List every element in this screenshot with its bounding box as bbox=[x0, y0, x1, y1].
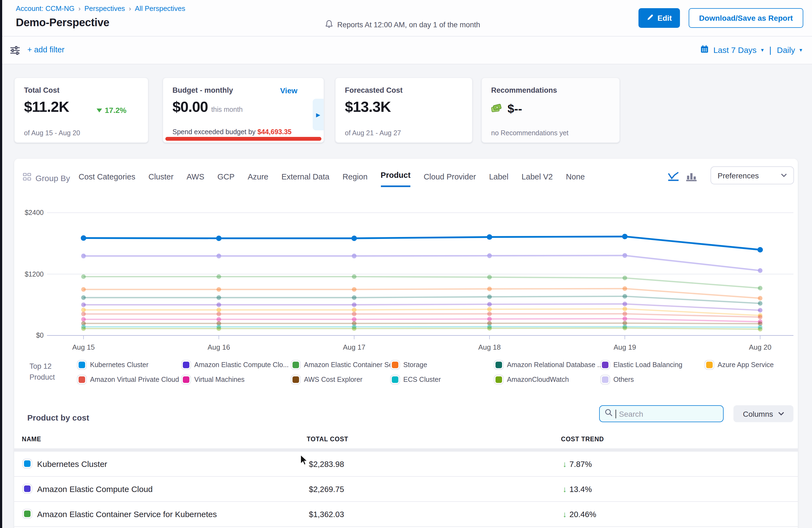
tab-label[interactable]: Label bbox=[489, 172, 508, 187]
tab-aws[interactable]: AWS bbox=[187, 172, 204, 187]
data-point-storage[interactable] bbox=[623, 287, 627, 291]
data-point-amazoncloudwatch[interactable] bbox=[352, 326, 357, 331]
data-point-kubernetes-cluster[interactable] bbox=[487, 234, 492, 240]
legend-item-aws-cost-explorer[interactable]: AWS Cost Explorer bbox=[292, 375, 392, 384]
data-point-azure-app-service[interactable] bbox=[81, 308, 86, 312]
data-point-elastic-load-balancing[interactable] bbox=[352, 303, 357, 307]
legend-item-azure-app-service[interactable]: Azure App Service bbox=[706, 360, 788, 369]
data-point-amazon-elastic-container-service-for-kubernetes[interactable] bbox=[81, 274, 86, 279]
data-point-virtual-machines[interactable] bbox=[217, 317, 221, 322]
budget-view-link[interactable]: View bbox=[280, 86, 298, 95]
data-point-amazoncloudwatch[interactable] bbox=[623, 326, 627, 330]
data-point-amazon-relational-database-service[interactable] bbox=[623, 294, 627, 299]
data-point-virtual-machines[interactable] bbox=[623, 317, 627, 321]
data-point-storage[interactable] bbox=[217, 287, 221, 292]
download-save-report-button[interactable]: Download/Save as Report bbox=[689, 8, 803, 28]
column-header-cost-trend[interactable]: COST TREND bbox=[561, 436, 604, 442]
series-line-ecs-cluster[interactable] bbox=[84, 327, 760, 327]
data-point-elastic-load-balancing[interactable] bbox=[81, 303, 86, 307]
data-point-others[interactable] bbox=[217, 254, 221, 259]
data-point-elastic-load-balancing[interactable] bbox=[758, 308, 763, 312]
series-line-amazon-elastic-container-service-for-kubernetes[interactable] bbox=[84, 277, 760, 288]
edit-button[interactable]: Edit bbox=[638, 8, 680, 28]
data-point-others[interactable] bbox=[758, 269, 763, 273]
data-point-amazoncloudwatch[interactable] bbox=[81, 326, 86, 331]
filter-sliders-icon[interactable] bbox=[10, 46, 20, 57]
data-point-azure-app-service[interactable] bbox=[623, 307, 627, 311]
data-point-storage[interactable] bbox=[758, 296, 763, 300]
tab-cluster[interactable]: Cluster bbox=[148, 172, 174, 187]
legend-item-amazon-virtual-private-cloud[interactable]: Amazon Virtual Private Cloud bbox=[78, 375, 183, 384]
series-line-kubernetes-cluster[interactable] bbox=[84, 236, 760, 250]
legend-item-amazon-relational-database[interactable]: Amazon Relational Database ... bbox=[495, 360, 602, 369]
data-point-storage[interactable] bbox=[352, 287, 357, 292]
series-line-amazon-relational-database-service[interactable] bbox=[84, 296, 760, 303]
data-point-amazon-elastic-container-service-for-kubernetes[interactable] bbox=[487, 275, 492, 280]
tab-azure[interactable]: Azure bbox=[248, 172, 269, 187]
breadcrumb-all-perspectives[interactable]: All Perspectives bbox=[135, 4, 185, 13]
data-point-amazoncloudwatch[interactable] bbox=[217, 326, 221, 331]
line-chart-icon[interactable] bbox=[667, 171, 680, 184]
column-header-name[interactable]: NAME bbox=[22, 436, 41, 442]
table-row-amazon-elastic-container-service-for-kubernetes[interactable]: Amazon Elastic Container Service for Kub… bbox=[14, 502, 798, 527]
data-point-storage[interactable] bbox=[487, 287, 492, 291]
data-point-elastic-load-balancing[interactable] bbox=[487, 302, 492, 307]
data-point-amazon-virtual-private-cloud[interactable] bbox=[758, 315, 763, 319]
tab-none[interactable]: None bbox=[566, 172, 585, 187]
data-point-kubernetes-cluster[interactable] bbox=[216, 236, 221, 241]
legend-item-amazoncloudwatch[interactable]: AmazonCloudWatch bbox=[495, 375, 602, 384]
data-point-amazon-relational-database-service[interactable] bbox=[487, 295, 492, 299]
preferences-dropdown[interactable]: Preferences bbox=[710, 166, 794, 185]
data-point-amazon-virtual-private-cloud[interactable] bbox=[81, 312, 86, 317]
budget-next-arrow-button[interactable]: ▶ bbox=[313, 99, 323, 130]
tab-label-v2[interactable]: Label V2 bbox=[521, 172, 553, 187]
cost-line-chart[interactable]: $0$1200$2400Aug 15Aug 16Aug 17Aug 18Aug … bbox=[14, 208, 798, 358]
bar-chart-icon[interactable] bbox=[685, 171, 697, 184]
series-line-amazon-virtual-private-cloud[interactable] bbox=[84, 314, 760, 317]
data-point-amazon-relational-database-service[interactable] bbox=[758, 301, 763, 306]
data-point-virtual-machines[interactable] bbox=[81, 317, 86, 322]
data-point-amazon-virtual-private-cloud[interactable] bbox=[623, 311, 627, 316]
data-point-azure-app-service[interactable] bbox=[352, 308, 357, 312]
legend-item-storage[interactable]: Storage bbox=[392, 360, 495, 369]
tab-product[interactable]: Product bbox=[381, 170, 411, 187]
column-header-total-cost[interactable]: TOTAL COST bbox=[307, 436, 348, 442]
data-point-amazon-elastic-container-service-for-kubernetes[interactable] bbox=[217, 274, 221, 279]
legend-item-kubernetes-cluster[interactable]: Kubernetes Cluster bbox=[78, 360, 183, 369]
data-point-virtual-machines[interactable] bbox=[352, 317, 357, 322]
tab-region[interactable]: Region bbox=[343, 172, 367, 187]
data-point-amazon-elastic-container-service-for-kubernetes[interactable] bbox=[758, 286, 763, 291]
legend-item-ecs-cluster[interactable]: ECS Cluster bbox=[392, 375, 495, 384]
series-line-amazon-elastic-compute-cloud[interactable] bbox=[84, 255, 760, 270]
data-point-others[interactable] bbox=[623, 254, 627, 258]
data-point-kubernetes-cluster[interactable] bbox=[757, 247, 763, 252]
legend-item-virtual-machines[interactable]: Virtual Machines bbox=[183, 375, 292, 384]
data-point-elastic-load-balancing[interactable] bbox=[217, 303, 221, 307]
chart-canvas[interactable] bbox=[14, 208, 798, 358]
granularity-dropdown[interactable]: Daily bbox=[777, 45, 795, 55]
breadcrumb-perspectives[interactable]: Perspectives bbox=[84, 4, 125, 13]
data-point-amazon-relational-database-service[interactable] bbox=[217, 295, 221, 300]
data-point-virtual-machines[interactable] bbox=[487, 317, 492, 321]
data-point-amazoncloudwatch[interactable] bbox=[487, 326, 492, 331]
data-point-amazon-virtual-private-cloud[interactable] bbox=[217, 312, 221, 317]
tab-cost-categories[interactable]: Cost Categories bbox=[78, 172, 135, 187]
table-row-kubernetes-cluster[interactable]: Kubernetes Cluster$2,283.98↓7.87% bbox=[14, 452, 798, 477]
add-filter-button[interactable]: + add filter bbox=[27, 45, 64, 54]
legend-item-others[interactable]: Others bbox=[602, 375, 706, 384]
legend-item-elastic-load-balancing[interactable]: Elastic Load Balancing bbox=[602, 360, 706, 369]
breadcrumb-account[interactable]: Account: CCM-NG bbox=[16, 4, 74, 13]
columns-dropdown[interactable]: Columns bbox=[734, 405, 794, 422]
data-point-others[interactable] bbox=[487, 254, 492, 259]
data-point-kubernetes-cluster[interactable] bbox=[622, 234, 627, 239]
series-line-aws-cost-explorer[interactable] bbox=[84, 323, 760, 324]
data-point-others[interactable] bbox=[352, 254, 357, 259]
data-point-others[interactable] bbox=[81, 254, 86, 259]
series-line-amazoncloudwatch[interactable] bbox=[84, 328, 760, 329]
data-point-amazoncloudwatch[interactable] bbox=[758, 327, 763, 332]
data-point-amazon-elastic-container-service-for-kubernetes[interactable] bbox=[352, 274, 357, 279]
data-point-azure-app-service[interactable] bbox=[487, 307, 492, 312]
table-row-amazon-elastic-compute-cloud[interactable]: Amazon Elastic Compute Cloud$2,269.75↓13… bbox=[14, 477, 798, 502]
legend-item-amazon-elastic-container-se[interactable]: Amazon Elastic Container Se... bbox=[292, 360, 392, 369]
data-point-amazon-virtual-private-cloud[interactable] bbox=[352, 312, 357, 317]
